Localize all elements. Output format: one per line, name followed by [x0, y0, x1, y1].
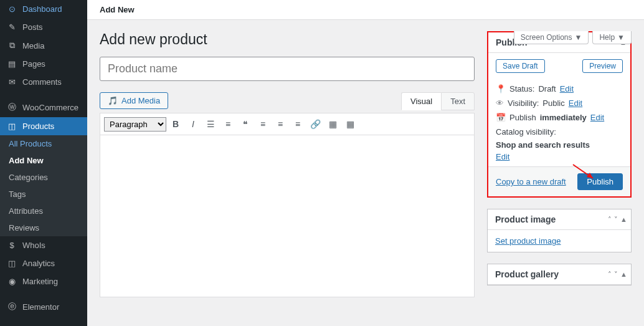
- sidebar-item-woocommerce[interactable]: ⓦWooCommerce: [0, 97, 87, 117]
- bold-button[interactable]: B: [168, 116, 184, 132]
- catalog-value: Shop and search results: [496, 140, 590, 150]
- toggle-box-icon[interactable]: ▲: [620, 216, 627, 224]
- sidebar-item-products[interactable]: ◫Products: [0, 117, 87, 135]
- edit-visibility-link[interactable]: Edit: [569, 98, 582, 108]
- sidebar-item-dashboard[interactable]: ⊙Dashboard: [0, 0, 87, 18]
- elementor-icon: ⓔ: [6, 301, 17, 312]
- toggle-box-icon[interactable]: ▲: [620, 271, 627, 279]
- editor-content-area[interactable]: [100, 135, 475, 297]
- status-label: Status:: [509, 84, 534, 93]
- sidebar-item-analytics[interactable]: ◫Analytics: [0, 254, 87, 272]
- calendar-icon: 📅: [496, 113, 506, 122]
- copy-to-draft-link[interactable]: Copy to a new draft: [496, 177, 566, 186]
- submenu-add-new[interactable]: Add New: [0, 152, 87, 169]
- key-icon: 📍: [496, 84, 506, 93]
- numbered-list-button[interactable]: ≡: [220, 116, 236, 132]
- format-select[interactable]: Paragraph: [104, 117, 166, 132]
- pin-icon: ✎: [6, 22, 17, 32]
- woo-icon: ⓦ: [6, 102, 17, 113]
- product-image-box: Product image ˄ ˅ ▲ Set product image: [487, 209, 632, 252]
- comments-icon: ✉: [6, 77, 17, 87]
- align-right-button[interactable]: ≡: [290, 116, 306, 132]
- toolbar-toggle-button[interactable]: ▦: [342, 116, 358, 132]
- submenu-tags[interactable]: Tags: [0, 186, 87, 203]
- save-draft-button[interactable]: Save Draft: [496, 59, 545, 73]
- caret-down-icon: ▼: [575, 33, 582, 42]
- media-icon: ⧉: [6, 41, 17, 50]
- sidebar-item-elementor[interactable]: ⓔElementor: [0, 297, 87, 317]
- visibility-label: Visibility:: [508, 98, 539, 108]
- catalog-label: Catalog visibility:: [496, 127, 556, 137]
- status-value: Draft: [538, 84, 556, 93]
- products-icon: ◫: [6, 122, 17, 131]
- submenu-all-products[interactable]: All Products: [0, 135, 87, 152]
- sidebar-item-marketing[interactable]: ◉Marketing: [0, 272, 87, 290]
- product-gallery-title: Product gallery: [488, 264, 604, 284]
- page-title: Add new product: [100, 31, 475, 48]
- product-gallery-box: Product gallery ˄ ˅ ▲: [487, 264, 632, 285]
- preview-button[interactable]: Preview: [582, 59, 623, 73]
- edit-schedule-link[interactable]: Edit: [590, 113, 604, 122]
- products-submenu: All Products Add New Categories Tags Att…: [0, 135, 87, 236]
- product-title-input[interactable]: [100, 57, 475, 81]
- edit-status-link[interactable]: Edit: [560, 84, 574, 93]
- move-down-icon[interactable]: ˅: [614, 216, 618, 224]
- analytics-icon: ◫: [6, 259, 17, 268]
- editor-toolbar: Paragraph B I ☰ ≡ ❝ ≡ ≡ ≡ 🔗 ▦ ▦: [100, 113, 475, 135]
- visibility-value: Public: [542, 98, 564, 108]
- italic-button[interactable]: I: [185, 116, 201, 132]
- blockquote-button[interactable]: ❝: [237, 116, 253, 132]
- help-button[interactable]: Help ▼: [592, 31, 632, 44]
- eye-icon: 👁: [496, 98, 504, 108]
- edit-catalog-link[interactable]: Edit: [496, 152, 509, 161]
- submenu-attributes[interactable]: Attributes: [0, 203, 87, 219]
- sidebar-item-whois[interactable]: $WhoIs: [0, 236, 87, 254]
- align-left-button[interactable]: ≡: [255, 116, 271, 132]
- sidebar-item-posts[interactable]: ✎Posts: [0, 18, 87, 36]
- set-product-image-link[interactable]: Set product image: [495, 236, 561, 246]
- topbar-title: Add New: [100, 5, 135, 14]
- align-center-button[interactable]: ≡: [272, 116, 288, 132]
- tab-text[interactable]: Text: [441, 92, 475, 110]
- dashboard-icon: ⊙: [6, 4, 17, 14]
- admin-sidebar: ⊙Dashboard ✎Posts ⧉Media ▤Pages ✉Comment…: [0, 0, 87, 326]
- tab-visual[interactable]: Visual: [401, 92, 441, 110]
- move-up-icon[interactable]: ˄: [608, 216, 612, 224]
- schedule-value: immediately: [540, 113, 587, 122]
- publish-box: Publish ˄ ˅ ▲ Save Draft Preview 📍: [487, 31, 632, 198]
- move-up-icon[interactable]: ˄: [608, 271, 612, 279]
- sidebar-item-pages[interactable]: ▤Pages: [0, 55, 87, 73]
- marketing-icon: ◉: [6, 277, 17, 286]
- move-down-icon[interactable]: ˅: [614, 271, 618, 279]
- sidebar-item-comments[interactable]: ✉Comments: [0, 73, 87, 91]
- screen-options-button[interactable]: Screen Options ▼: [514, 31, 589, 44]
- link-button[interactable]: 🔗: [307, 116, 323, 132]
- pages-icon: ▤: [6, 59, 17, 69]
- schedule-label: Publish: [509, 113, 536, 122]
- sidebar-item-media[interactable]: ⧉Media: [0, 36, 87, 55]
- submenu-reviews[interactable]: Reviews: [0, 219, 87, 236]
- product-image-title: Product image: [488, 209, 604, 229]
- whois-icon: $: [6, 241, 17, 250]
- insert-more-button[interactable]: ▦: [324, 116, 341, 132]
- camera-icon: 🎵: [108, 96, 118, 105]
- publish-button[interactable]: Publish: [577, 173, 623, 190]
- bullet-list-button[interactable]: ☰: [202, 116, 219, 132]
- add-media-button[interactable]: 🎵 Add Media: [100, 92, 168, 109]
- submenu-categories[interactable]: Categories: [0, 169, 87, 186]
- topbar: Add New: [87, 0, 644, 20]
- caret-down-icon: ▼: [617, 33, 625, 42]
